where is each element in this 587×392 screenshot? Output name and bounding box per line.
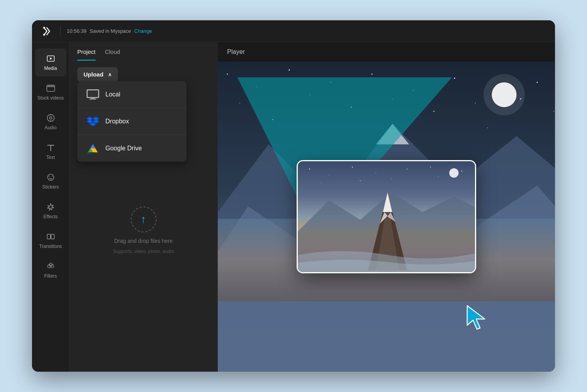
saved-text: Saved in Myspace — [90, 28, 131, 34]
filters-icon — [46, 262, 55, 271]
player-title: Player — [227, 48, 245, 55]
gdrive-icon — [87, 142, 99, 155]
dropdown-item-google-drive[interactable]: Google Drive — [77, 135, 187, 162]
svg-point-68 — [352, 167, 353, 167]
svg-point-67 — [329, 175, 329, 175]
svg-point-59 — [392, 98, 393, 99]
media-icon — [46, 54, 55, 63]
svg-point-16 — [48, 174, 54, 180]
svg-marker-78 — [467, 306, 485, 329]
sidebar-label-filters: Filters — [44, 273, 57, 279]
svg-point-56 — [272, 119, 273, 120]
svg-point-48 — [330, 82, 331, 83]
svg-point-1 — [43, 34, 45, 36]
svg-point-47 — [289, 69, 290, 71]
sidebar-label-text: Text — [46, 155, 55, 160]
text-icon — [46, 143, 55, 152]
chevron-up-icon: ∧ — [108, 72, 112, 77]
sidebar-item-audio[interactable]: Audio — [35, 108, 66, 136]
app-window: 10:56:39 Saved in Myspace Change Media — [32, 20, 555, 372]
svg-point-73 — [321, 182, 322, 183]
tab-cloud[interactable]: Cloud — [105, 48, 120, 61]
svg-point-69 — [375, 173, 376, 173]
svg-point-62 — [520, 98, 521, 100]
svg-point-60 — [433, 110, 434, 112]
svg-point-45 — [227, 73, 228, 75]
player-header: Player — [218, 42, 555, 62]
drop-zone-subtext: Supports: video, photo, audio — [113, 249, 174, 254]
sidebar-item-filters[interactable]: Filters — [35, 256, 66, 284]
player-content — [218, 62, 555, 372]
dropbox-icon — [87, 115, 99, 128]
top-bar-divider — [60, 27, 60, 36]
svg-point-58 — [350, 107, 352, 108]
sidebar-item-media[interactable]: Media — [35, 48, 66, 77]
svg-point-75 — [391, 178, 392, 179]
preview-card — [297, 160, 476, 273]
dropdown-item-dropbox[interactable]: Dropbox — [77, 108, 187, 135]
top-bar: 10:56:39 Saved in Myspace Change — [32, 20, 555, 42]
change-link[interactable]: Change — [134, 28, 152, 34]
top-bar-info: 10:56:39 Saved in Myspace Change — [67, 28, 152, 34]
svg-point-72 — [461, 171, 462, 171]
svg-rect-17 — [47, 234, 50, 239]
svg-point-54 — [553, 111, 554, 112]
sidebar-label-media: Media — [44, 66, 57, 71]
svg-point-51 — [454, 78, 455, 79]
audio-icon — [46, 113, 55, 123]
svg-point-44 — [484, 74, 525, 116]
app-logo — [40, 24, 54, 38]
sidebar-label-stock-videos: Stock videos — [37, 95, 64, 101]
sidebar-item-transitions[interactable]: Transitions — [35, 226, 66, 255]
local-icon — [87, 88, 99, 101]
sidebar-item-effects[interactable]: Effects — [35, 197, 66, 225]
sidebar-label-transitions: Transitions — [39, 244, 62, 249]
upload-label: Upload — [84, 71, 103, 78]
player-area: Player — [218, 42, 555, 372]
svg-point-57 — [310, 94, 310, 95]
svg-point-11 — [50, 117, 52, 119]
svg-point-70 — [407, 169, 407, 169]
sidebar-item-stock-videos[interactable]: Stock videos — [35, 78, 66, 106]
svg-point-49 — [371, 73, 372, 75]
local-label: Local — [105, 91, 120, 98]
sidebar-item-text[interactable]: Text — [35, 137, 66, 166]
svg-point-61 — [487, 127, 488, 128]
svg-rect-25 — [88, 91, 98, 97]
svg-rect-4 — [47, 85, 55, 91]
timestamp-text: 10:56:39 — [67, 28, 87, 34]
sidebar-label-effects: Effects — [43, 214, 57, 219]
panel-tabs: Project Cloud — [69, 42, 217, 61]
sidebar-label-stickers: Stickers — [42, 184, 59, 190]
capcut-logo-icon — [41, 25, 53, 37]
stock-videos-icon — [46, 84, 55, 93]
stickers-icon — [46, 173, 55, 182]
gdrive-label: Google Drive — [105, 145, 142, 152]
svg-point-53 — [537, 82, 538, 83]
dropbox-label: Dropbox — [105, 118, 129, 125]
svg-point-74 — [360, 180, 361, 181]
svg-point-0 — [43, 27, 45, 29]
cursor-arrow-icon — [465, 304, 493, 333]
tab-project[interactable]: Project — [77, 48, 96, 61]
upload-dropdown: Local Dropbox — [77, 81, 187, 162]
svg-point-76 — [430, 167, 431, 167]
panel-area: Project Cloud Upload ∧ — [69, 42, 218, 372]
svg-point-55 — [239, 103, 240, 103]
svg-point-66 — [309, 169, 310, 169]
sidebar: Media Stock videos — [32, 42, 69, 372]
upload-button[interactable]: Upload ∧ — [77, 67, 118, 82]
effects-icon — [46, 202, 55, 212]
svg-point-50 — [413, 90, 414, 91]
svg-rect-27 — [89, 99, 96, 100]
svg-point-71 — [438, 176, 439, 177]
dropdown-item-local[interactable]: Local — [77, 81, 187, 108]
svg-point-46 — [256, 86, 256, 87]
sidebar-label-audio: Audio — [44, 125, 57, 130]
preview-image — [298, 161, 476, 273]
svg-point-77 — [449, 168, 459, 178]
main-content: Media Stock videos — [32, 42, 555, 372]
sidebar-item-stickers[interactable]: Stickers — [35, 167, 66, 195]
svg-rect-18 — [51, 234, 54, 239]
upload-arrow-icon: ↑ — [141, 214, 146, 225]
